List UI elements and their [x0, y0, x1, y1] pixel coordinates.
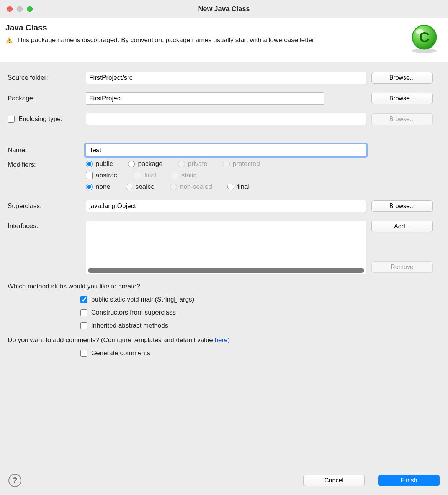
- modifier-protected: protected: [223, 160, 260, 168]
- stub-constructors[interactable]: Constructors from superclass: [80, 309, 440, 316]
- enclosing-type-input: [86, 113, 366, 125]
- superclass-label: Superclass:: [8, 202, 80, 210]
- method-stubs-section: Which method stubs would you like to cre…: [8, 283, 440, 329]
- comments-question: Do you want to add comments? (Configure …: [8, 336, 440, 344]
- interfaces-remove-button: Remove: [371, 261, 433, 273]
- name-input[interactable]: [86, 144, 366, 156]
- name-label: Name:: [8, 146, 80, 154]
- package-input[interactable]: [86, 92, 324, 105]
- interfaces-label: Interfaces:: [8, 221, 80, 230]
- status-message: This package name is discouraged. By con…: [17, 36, 314, 45]
- help-button[interactable]: ?: [8, 474, 21, 487]
- dialog-header: Java Class This package name is discoura…: [0, 18, 448, 62]
- page-title: Java Class: [5, 23, 404, 32]
- modifier-public[interactable]: public: [86, 160, 113, 168]
- separator: [8, 134, 440, 134]
- configure-templates-link[interactable]: here: [215, 336, 228, 344]
- package-label: Package:: [8, 95, 80, 102]
- svg-text:C: C: [419, 29, 429, 45]
- interfaces-row: Interfaces: Add... Remove: [8, 221, 440, 274]
- svg-rect-1: [9, 42, 10, 43]
- dialog-footer: ? Cancel Finish: [0, 465, 448, 495]
- stub-inherited[interactable]: Inherited abstract methods: [80, 322, 440, 329]
- superclass-row: Superclass: Browse...: [8, 200, 440, 212]
- package-row: Package: Browse...: [8, 92, 440, 105]
- source-folder-label: Source folder:: [8, 74, 80, 82]
- modifier-non-sealed: non-sealed: [170, 183, 212, 191]
- window-title: New Java Class: [0, 5, 448, 13]
- modifiers-row: Modifiers: public package private protec…: [8, 160, 440, 191]
- source-folder-input[interactable]: [86, 72, 366, 84]
- source-folder-row: Source folder: Browse...: [8, 72, 440, 84]
- modifier-private: private: [178, 160, 208, 168]
- titlebar: New Java Class: [0, 0, 448, 18]
- warning-icon: [5, 37, 13, 44]
- modifier-package[interactable]: package: [128, 160, 162, 168]
- method-stubs-question: Which method stubs would you like to cre…: [8, 283, 440, 290]
- enclosing-type-label: Enclosing type:: [18, 115, 62, 123]
- modifiers-label: Modifiers:: [8, 160, 80, 169]
- enclosing-type-row: Enclosing type: Browse...: [8, 113, 440, 125]
- interfaces-add-button[interactable]: Add...: [371, 221, 433, 232]
- name-row: Name:: [8, 144, 440, 156]
- interfaces-listbox[interactable]: [86, 221, 366, 274]
- wizard-badge: C: [408, 23, 440, 55]
- stub-main-method[interactable]: public static void main(String[] args): [80, 296, 440, 303]
- modifier-none[interactable]: none: [86, 183, 110, 191]
- enclosing-type-checkbox[interactable]: [8, 116, 15, 123]
- modifier-final-flag: final: [134, 172, 156, 179]
- superclass-browse-button[interactable]: Browse...: [371, 200, 433, 212]
- generate-comments[interactable]: Generate comments: [80, 349, 440, 357]
- superclass-input[interactable]: [86, 200, 366, 212]
- comments-section: Do you want to add comments? (Configure …: [8, 336, 440, 357]
- source-folder-browse-button[interactable]: Browse...: [371, 72, 433, 84]
- modifier-final[interactable]: final: [227, 183, 249, 191]
- modifier-static: static: [172, 172, 197, 179]
- package-browse-button[interactable]: Browse...: [371, 93, 433, 104]
- modifier-abstract[interactable]: abstract: [86, 172, 119, 179]
- finish-button[interactable]: Finish: [378, 475, 440, 486]
- enclosing-type-browse-button: Browse...: [371, 113, 433, 125]
- svg-rect-0: [9, 39, 10, 41]
- interfaces-scrollbar[interactable]: [88, 268, 364, 273]
- cancel-button[interactable]: Cancel: [303, 475, 365, 486]
- modifier-sealed[interactable]: sealed: [126, 183, 155, 191]
